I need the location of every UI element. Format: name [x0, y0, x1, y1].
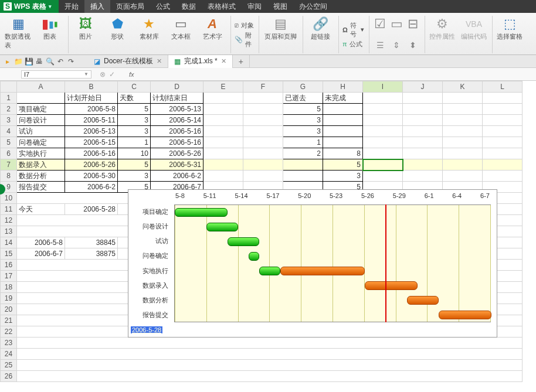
menu-office[interactable]: 办公空间	[293, 0, 333, 13]
col-D[interactable]: D	[151, 81, 203, 93]
selection-pane-button[interactable]: ⬚选择窗格	[496, 16, 523, 41]
main-menu: 开始 插入 页面布局 公式 数据 表格样式 审阅 视图 办公空间	[59, 0, 333, 13]
formula-bar: I7▼ ⊗ ✓ fx	[0, 68, 536, 81]
ctrl-checkbox[interactable]: ☑	[373, 16, 387, 32]
cell[interactable]: 天数	[118, 93, 151, 104]
open-icon[interactable]: 📁	[13, 56, 23, 67]
app-logo[interactable]: SWPS 表格▾	[0, 0, 59, 13]
attach-button[interactable]: 📎附件	[235, 31, 254, 49]
pivot-button[interactable]: ▦数据透视表	[5, 16, 32, 50]
select-all[interactable]	[1, 81, 17, 93]
name-box[interactable]: I7▼	[21, 70, 91, 79]
headerfooter-button[interactable]: ▤页眉和页脚	[263, 16, 298, 41]
fx-accept-icon[interactable]: ✓	[109, 70, 115, 79]
menu-data[interactable]: 数据	[176, 0, 202, 13]
object-button[interactable]: ⎚对象	[235, 21, 254, 30]
spreadsheet[interactable]: A B C D E F G H I J K L 1计划开始日天数计划结束日已逝去…	[0, 81, 536, 382]
quick-access: ▸ 📁 💾 🖶 🔍 ↶ ↷ ◪Docer-在线模板✕ ▦完成1.xls *✕ +	[0, 55, 536, 68]
col-C[interactable]: C	[118, 81, 151, 93]
list-icon: ☰	[376, 37, 384, 53]
tab-docer[interactable]: ◪Docer-在线模板✕	[88, 55, 168, 68]
menu-tablestyle[interactable]: 表格样式	[202, 0, 242, 13]
wordart-icon: A	[208, 16, 217, 32]
print-icon[interactable]: 🖶	[34, 56, 45, 67]
menu-layout[interactable]: 页面布局	[110, 0, 150, 13]
col-F[interactable]: F	[243, 81, 283, 93]
ctrl-list[interactable]: ☰	[373, 37, 387, 53]
combo-icon: ⊟	[408, 16, 418, 32]
col-A[interactable]: A	[17, 81, 65, 93]
cell[interactable]: 计划开始日	[65, 93, 118, 104]
col-E[interactable]: E	[203, 81, 243, 93]
file-icon: ▦	[174, 57, 181, 66]
properties-icon: ⚙	[436, 16, 448, 32]
picture-button[interactable]: 🖼图片	[72, 16, 99, 41]
close-icon[interactable]: ✕	[157, 57, 162, 65]
preview-icon[interactable]: 🔍	[45, 56, 55, 67]
save-icon[interactable]: 💾	[23, 56, 34, 67]
tab-add[interactable]: +	[233, 55, 250, 68]
spinner-icon: ⇕	[393, 37, 400, 53]
chart-y-axis: 项目确定问卷设计试访问卷确定实地执行数据录入数据分析报告提交	[128, 204, 172, 322]
textbox-icon: ▭	[175, 16, 187, 32]
ctrl-spinner[interactable]: ⇕	[389, 37, 403, 53]
star-icon: ★	[143, 16, 155, 32]
tab-file[interactable]: ▦完成1.xls *✕	[168, 55, 233, 68]
menu-insert[interactable]: 插入	[84, 0, 110, 13]
scroll-icon: ⬍	[409, 37, 416, 53]
hyperlink-button[interactable]: 🔗超链接	[307, 16, 334, 41]
active-cell[interactable]	[363, 159, 403, 171]
checkbox-icon: ☑	[374, 16, 386, 32]
picture-icon: 🖼	[79, 16, 92, 32]
ribbon: ▦数据透视表 ▮▮▮图表 🖼图片 ⬟形状 ★素材库 ▭文本框 A艺术字 ⎚对象 …	[0, 13, 536, 55]
menu-view[interactable]: 视图	[267, 0, 293, 13]
chart-icon: ▮▮▮	[42, 16, 58, 32]
vba-icon: VBA	[466, 16, 482, 32]
fx-cancel-icon[interactable]: ⊗	[100, 70, 106, 79]
chart-plot-area	[174, 204, 491, 322]
today-label: 2006-5-28	[131, 326, 162, 333]
document-tabs: ◪Docer-在线模板✕ ▦完成1.xls *✕ +	[88, 55, 250, 68]
selection-icon: ⬚	[504, 16, 516, 32]
chevron-down-icon[interactable]: ▼	[84, 71, 89, 77]
col-K[interactable]: K	[443, 81, 483, 93]
shapes-icon: ⬟	[112, 16, 123, 32]
menu-start[interactable]: 开始	[59, 0, 84, 13]
redo-icon[interactable]: ↷	[66, 56, 76, 67]
titlebar: SWPS 表格▾ 开始 插入 页面布局 公式 数据 表格样式 审阅 视图 办公空…	[0, 0, 536, 13]
cell[interactable]: 计划结束日	[151, 93, 203, 104]
ctrlprops-button[interactable]: ⚙控件属性	[429, 16, 456, 41]
wordart-button[interactable]: A艺术字	[199, 16, 226, 41]
shapes-button[interactable]: ⬟形状	[104, 16, 131, 41]
col-L[interactable]: L	[483, 81, 523, 93]
pi-icon: π	[342, 40, 347, 47]
menu-formula[interactable]: 公式	[150, 0, 176, 13]
cell[interactable]: 已逝去	[283, 93, 323, 104]
textfield-icon: ▭	[391, 16, 403, 32]
col-I[interactable]: I	[363, 81, 403, 93]
ctrl-combo[interactable]: ⊟	[406, 16, 420, 32]
docer-icon: ◪	[94, 57, 100, 66]
col-B[interactable]: B	[65, 81, 118, 93]
undo-icon[interactable]: ↶	[55, 56, 66, 67]
gantt-chart[interactable]: 5-85-115-145-175-205-235-265-296-16-46-7…	[128, 189, 497, 338]
close-icon[interactable]: ✕	[221, 57, 226, 65]
menu-review[interactable]: 审阅	[242, 0, 267, 13]
row-1[interactable]: 1	[1, 93, 17, 104]
ctrl-scroll[interactable]: ⬍	[406, 37, 420, 53]
ctrl-textfield[interactable]: ▭	[389, 16, 403, 32]
col-G[interactable]: G	[283, 81, 323, 93]
symbol-button[interactable]: Ω符号 ▾	[342, 21, 364, 39]
formula-button[interactable]: π公式	[342, 40, 364, 49]
textbox-button[interactable]: ▭文本框	[167, 16, 194, 41]
omega-icon: Ω	[342, 26, 348, 33]
chart-button[interactable]: ▮▮▮图表	[36, 16, 63, 50]
new-icon[interactable]: ▸	[2, 56, 13, 67]
library-button[interactable]: ★素材库	[135, 16, 162, 41]
editcode-button[interactable]: VBA编辑代码	[460, 16, 487, 41]
col-H[interactable]: H	[323, 81, 363, 93]
fx-icon[interactable]: fx	[129, 71, 134, 78]
col-J[interactable]: J	[403, 81, 443, 93]
cell[interactable]: 未完成	[323, 93, 363, 104]
pivot-icon: ▦	[12, 16, 25, 32]
